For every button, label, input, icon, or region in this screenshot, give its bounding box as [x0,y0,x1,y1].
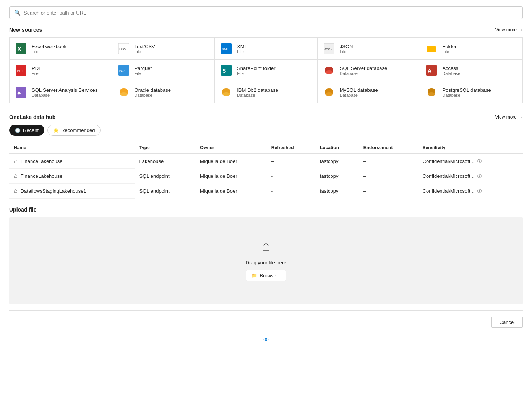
source-item-text_csv[interactable]: CSV Text/CSV File [112,38,215,59]
row-refreshed: - [267,184,315,199]
table-row[interactable]: ⌂ FinanceLakehouse Lakehouse Miquella de… [9,154,523,169]
browse-label: Browse... [260,273,280,278]
svg-text:◆: ◆ [17,90,21,96]
onelake-section: OneLake data hub View more → 🕐Recent⭐Rec… [9,114,523,199]
info-icon[interactable]: ⓘ [477,173,482,179]
upload-section: Upload file Drag your file here 📁 Browse… [9,207,523,304]
table-row[interactable]: ⌂ FinanceLakehouse SQL endpoint Miquella… [9,169,523,184]
search-input[interactable] [24,10,518,16]
svg-text:S: S [222,68,226,74]
svg-point-32 [428,92,435,96]
table-row[interactable]: ⌂ DataflowsStagingLakehouse1 SQL endpoin… [9,184,523,199]
row-type: Lakehouse [135,154,195,169]
row-refreshed: - [267,169,315,184]
source-grid: X Excel workbook File CSV Text/CSV File … [9,37,523,103]
col-location: Location [315,142,359,154]
row-type: SQL endpoint [135,169,195,184]
col-name: Name [9,142,135,154]
col-refreshed: Refreshed [267,142,315,154]
row-owner: Miquella de Boer [195,154,267,169]
source-item-sharepoint[interactable]: S SharePoint folder File [215,60,317,81]
arrow-right-icon-2: → [518,114,523,120]
sql-icon [323,64,335,77]
source-item-postgresql[interactable]: PostgreSQL database Database [420,81,522,103]
svg-text:XML: XML [222,47,229,51]
search-bar[interactable]: 🔍 [9,6,523,19]
upload-drop-zone[interactable]: Drag your file here 📁 Browse... [9,217,523,304]
recommended-tab-label: Recommended [61,127,95,133]
row-type: SQL endpoint [135,184,195,199]
svg-text:PDF: PDF [17,69,24,73]
recent-tab-icon: 🕐 [15,128,21,133]
excel-icon: X [15,42,27,55]
upload-drag-text: Drag your file here [246,260,287,265]
info-icon[interactable]: ⓘ [477,188,482,194]
source-item-sql_server[interactable]: SQL Server database Database [318,60,420,81]
source-item-folder[interactable]: Folder File [420,38,522,59]
csv-icon: CSV [118,42,130,55]
folder-icon [425,42,438,55]
mysql-icon [323,86,335,98]
source-item-oracle[interactable]: Oracle database Database [112,81,215,103]
new-sources-view-more[interactable]: View more → [495,27,523,33]
row-sensitivity: Confidential\Microsoft ... ⓘ [418,184,523,198]
json-icon: JSON [323,42,335,55]
svg-text:PAR: PAR [119,70,125,72]
source-item-mysql[interactable]: MySQL database Database [318,81,420,103]
oracle-icon [118,86,130,98]
col-endorsement: Endorsement [359,142,418,154]
row-location: fastcopy [315,154,359,169]
svg-text:JSON: JSON [324,47,333,51]
source-item-xml[interactable]: XML XML File [215,38,317,59]
tab-recommended[interactable]: ⭐Recommended [47,125,101,136]
analysis-icon: ◆ [15,86,27,98]
svg-point-16 [325,70,333,74]
col-sensitivity: Sensitivity [418,142,523,154]
access-icon: A [425,64,438,77]
lakehouse-icon: ⌂ [14,173,18,179]
footer: Cancel [9,310,523,334]
recent-tab-label: Recent [23,127,39,133]
folder-icon: 📁 [251,273,257,278]
source-item-excel[interactable]: X Excel workbook File [10,38,112,59]
row-sensitivity: Confidential\Microsoft ... ⓘ [418,169,523,183]
svg-text:CSV: CSV [119,47,127,51]
svg-point-26 [222,92,230,96]
source-item-json[interactable]: JSON JSON File [318,38,420,59]
row-location: fastcopy [315,169,359,184]
lakehouse-icon: ⌂ [14,158,18,164]
pdf-icon: PDF [15,64,27,77]
col-type: Type [135,142,195,154]
onelake-table: NameTypeOwnerRefreshedLocationEndorsemen… [9,142,523,199]
upload-icon [260,240,272,255]
upload-title: Upload file [9,207,523,213]
source-item-sql_analysis[interactable]: ◆ SQL Server Analysis Services Database [10,81,112,103]
onelake-view-more[interactable]: View more → [495,114,523,120]
source-item-access[interactable]: A Access Database [420,60,522,81]
row-owner: Miquella de Boer [195,169,267,184]
recommended-tab-icon: ⭐ [53,128,59,133]
svg-point-23 [120,92,128,96]
source-item-pdf[interactable]: PDF PDF File [10,60,112,81]
row-location: fastcopy [315,184,359,199]
new-sources-title: New sources [9,27,42,33]
browse-button[interactable]: 📁 Browse... [246,270,286,281]
parquet-icon: PAR [118,64,130,77]
page-number: 00 [9,334,523,345]
info-icon[interactable]: ⓘ [477,158,482,164]
svg-text:A: A [428,68,431,74]
row-name: FinanceLakehouse [21,173,63,179]
lakehouse-icon: ⌂ [14,187,18,194]
postgres-icon [425,86,438,98]
row-endorsement: – [359,154,418,169]
sharepoint-icon: S [220,64,232,77]
tab-recent[interactable]: 🕐Recent [9,125,44,136]
row-name: DataflowsStagingLakehouse1 [21,188,86,194]
row-owner: Miquella de Boer [195,184,267,199]
col-owner: Owner [195,142,267,154]
source-item-ibm_db2[interactable]: IBM Db2 database Database [215,81,317,103]
ibm-icon [220,86,232,98]
source-item-parquet[interactable]: PAR Parquet File [112,60,215,81]
search-icon: 🔍 [14,10,21,16]
cancel-button[interactable]: Cancel [491,317,523,328]
